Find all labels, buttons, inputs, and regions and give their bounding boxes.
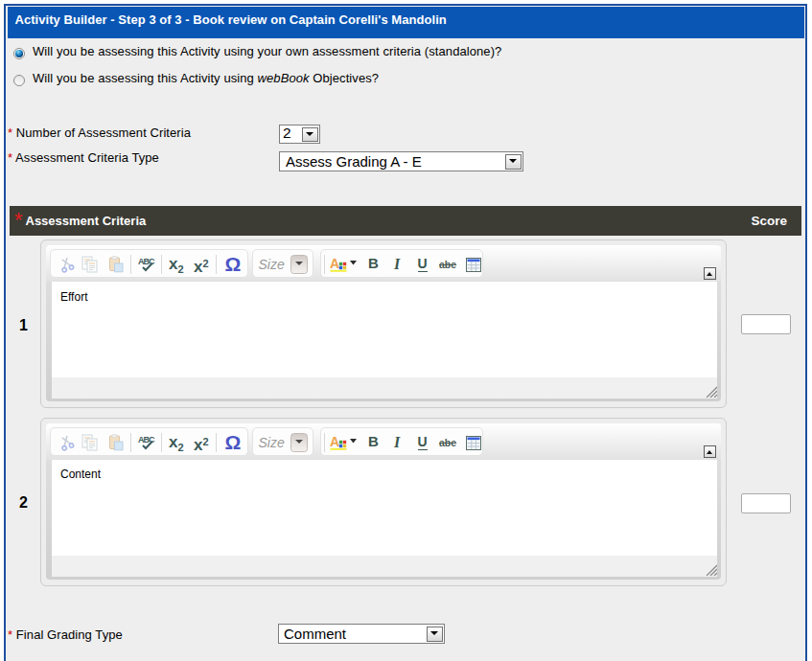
svg-text:ABC: ABC [138, 435, 155, 444]
svg-text:A: A [330, 434, 339, 449]
svg-text:A: A [330, 256, 339, 271]
svg-text:ABC: ABC [138, 257, 155, 266]
